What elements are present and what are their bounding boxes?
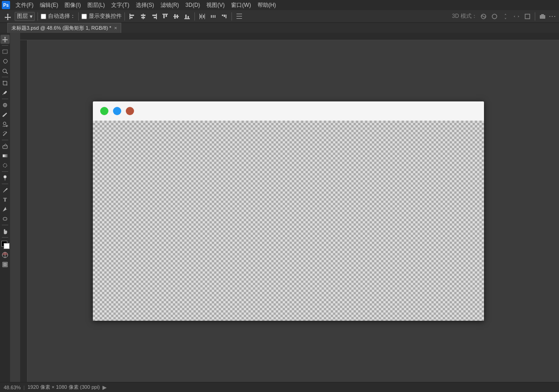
svg-rect-56 [3, 217, 7, 220]
svg-rect-16 [184, 18, 190, 19]
menu-type[interactable]: 文字(T) [108, 0, 132, 10]
svg-rect-3 [130, 17, 133, 18]
distribute-right-btn[interactable] [220, 12, 229, 21]
svg-rect-6 [141, 17, 145, 18]
main-area: T [0, 33, 559, 382]
align-top-edge-btn[interactable] [161, 12, 170, 21]
quick-select-btn[interactable] [0, 66, 10, 75]
blur-btn[interactable] [0, 161, 10, 170]
move-mode-dropdown-label: 图层 [17, 12, 28, 20]
move-tool-icon[interactable] [3, 11, 13, 21]
gradient-btn[interactable] [0, 151, 10, 160]
svg-rect-21 [204, 14, 205, 19]
document-tab[interactable]: 未标题3.psd @ 48.6% (圆角矩形 1, RGB/8) * × [7, 23, 121, 33]
align-center-h-btn[interactable] [139, 12, 148, 21]
type-btn[interactable]: T [0, 195, 10, 204]
status-arrow-btn[interactable]: ▶ [102, 384, 107, 391]
3d-roll-btn[interactable] [490, 12, 499, 21]
menu-window[interactable]: 窗口(W) [228, 0, 253, 10]
separator-6 [535, 12, 535, 21]
screen-mode-btn[interactable] [0, 260, 10, 269]
menu-layer[interactable]: 图层(L) [85, 0, 108, 10]
menu-select[interactable]: 选择(S) [133, 0, 157, 10]
align-left-edge-btn[interactable] [128, 12, 137, 21]
svg-point-53 [3, 164, 7, 167]
separator-3 [124, 12, 125, 21]
eraser-btn[interactable] [0, 142, 10, 151]
history-brush-btn[interactable] [0, 129, 10, 138]
svg-point-48 [3, 122, 6, 125]
svg-point-42 [3, 69, 6, 73]
rectangular-marquee-btn[interactable] [0, 47, 10, 56]
svg-point-34 [492, 14, 497, 19]
green-dot[interactable] [100, 107, 108, 115]
path-select-btn[interactable] [0, 205, 10, 214]
svg-rect-8 [152, 15, 156, 16]
svg-rect-13 [173, 16, 179, 17]
doc-tab-close-btn[interactable]: × [114, 26, 117, 31]
svg-marker-0 [5, 13, 11, 20]
move-mode-dropdown[interactable]: 图层 ▾ [15, 12, 35, 21]
eyedropper-btn[interactable] [0, 88, 10, 97]
svg-rect-7 [156, 14, 157, 19]
align-right-edge-btn[interactable] [150, 12, 159, 21]
3d-rotate-btn[interactable] [479, 12, 488, 21]
shape-btn[interactable] [0, 214, 10, 223]
menu-view[interactable]: 视图(V) [204, 0, 227, 10]
hand-btn[interactable] [0, 227, 10, 236]
svg-rect-31 [236, 16, 242, 16]
toolbox-separator-1 [2, 45, 8, 46]
lasso-btn[interactable] [0, 57, 10, 66]
distribute-top-btn[interactable] [235, 12, 244, 21]
auto-select-label[interactable]: 自动选择： [41, 12, 75, 20]
3d-scale-btn[interactable] [523, 12, 532, 21]
type-tool-icon: T [3, 196, 7, 203]
menu-file[interactable]: 文件(F) [13, 0, 36, 10]
dodge-btn[interactable] [0, 173, 10, 182]
show-transform-checkbox[interactable] [81, 14, 87, 19]
show-transform-label[interactable]: 显示变换控件 [81, 12, 122, 20]
options-bar: 图层 ▾ 自动选择： 显示变换控件 3D 模式： [0, 10, 559, 23]
toolbox-separator-5 [2, 171, 8, 172]
healing-brush-btn[interactable] [0, 101, 10, 110]
crop-btn[interactable] [0, 79, 10, 88]
toolbox-separator-8 [2, 237, 8, 238]
brown-dot[interactable] [126, 107, 134, 115]
3d-pan-btn[interactable] [501, 12, 510, 21]
color-swatches[interactable] [0, 240, 10, 249]
brush-btn[interactable] [0, 110, 10, 119]
svg-rect-14 [174, 14, 176, 19]
menu-image[interactable]: 图像(I) [62, 0, 83, 10]
menu-edit[interactable]: 编辑(E) [37, 0, 61, 10]
3d-slide-btn[interactable] [512, 12, 521, 21]
doc-tabs: 未标题3.psd @ 48.6% (圆角矩形 1, RGB/8) * × [0, 23, 559, 33]
svg-marker-35 [505, 14, 506, 19]
move-tool-btn[interactable] [0, 35, 10, 44]
zoom-level: 48.63% [4, 385, 21, 390]
align-bottom-edge-btn[interactable] [183, 12, 192, 21]
svg-marker-40 [2, 37, 8, 42]
clone-stamp-btn[interactable] [0, 120, 10, 129]
ruler-vertical [20, 40, 27, 382]
svg-rect-9 [154, 17, 156, 18]
pen-btn[interactable] [0, 185, 10, 195]
menu-filter[interactable]: 滤镜(R) [158, 0, 182, 10]
distribute-left-btn[interactable] [198, 12, 207, 21]
more-options-btn[interactable]: ··· [549, 12, 556, 21]
align-center-v-btn[interactable] [172, 12, 181, 21]
auto-select-checkbox[interactable] [41, 14, 46, 19]
blue-dot[interactable] [113, 107, 121, 115]
distribute-center-h-btn[interactable] [209, 12, 218, 21]
menu-help[interactable]: 帮助(H) [255, 0, 279, 10]
3d-camera-btn[interactable] [538, 12, 547, 21]
svg-rect-27 [222, 15, 223, 16]
menu-3d[interactable]: 3D(D) [183, 1, 203, 9]
svg-rect-26 [215, 15, 215, 18]
separator-1 [38, 12, 38, 21]
quick-mask-btn[interactable] [0, 250, 10, 260]
svg-rect-22 [200, 15, 201, 18]
background-color-swatch[interactable] [4, 243, 10, 249]
svg-rect-10 [162, 14, 168, 15]
status-bar: 48.63% | 1920 像素 × 1080 像素 (300 ppi) ▶ [0, 382, 559, 392]
separator-4 [194, 12, 195, 21]
